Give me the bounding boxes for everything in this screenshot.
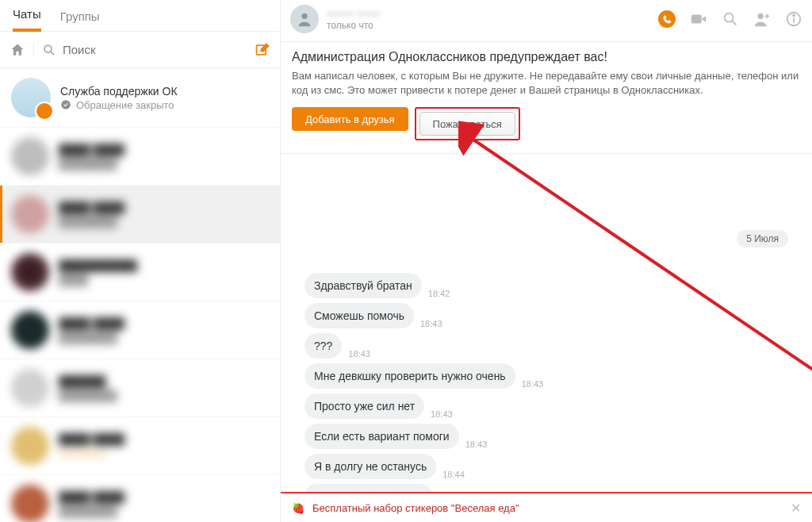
message[interactable]: Я в долгу не останусь18:44 bbox=[304, 454, 801, 479]
tab-chats[interactable]: Чаты bbox=[13, 7, 41, 32]
divider bbox=[33, 42, 34, 58]
message-bubble: ??? bbox=[304, 333, 342, 359]
support-avatar-icon bbox=[11, 78, 51, 117]
support-name: Служба поддержки ОК bbox=[60, 85, 178, 98]
svg-point-8 bbox=[758, 13, 764, 19]
chat-panel: ------ ----- только что Администрация Од… bbox=[281, 0, 812, 522]
chat-list: Служба поддержки ОК Обращение закрыто ██… bbox=[0, 68, 280, 522]
search-row bbox=[0, 32, 280, 68]
message-time: 18:44 bbox=[442, 470, 465, 479]
home-icon[interactable] bbox=[10, 42, 25, 58]
message[interactable]: Просто уже сил нет18:43 bbox=[304, 393, 801, 419]
video-icon[interactable] bbox=[690, 10, 707, 28]
date-pill: 5 Июля bbox=[737, 230, 788, 248]
message[interactable]: Мне девкшку проверить нужно очень18:43 bbox=[304, 363, 801, 389]
tabs: Чаты Группы bbox=[0, 0, 280, 32]
message-bubble: Здравствуй братан bbox=[304, 273, 422, 298]
warning-title: Администрация Одноклассников предупрежда… bbox=[292, 50, 801, 64]
promo-text: Бесплатный набор стикеров "Веселая еда" bbox=[312, 502, 519, 514]
svg-point-4 bbox=[301, 13, 307, 19]
add-friend-button[interactable]: Добавить в друзья bbox=[292, 107, 408, 131]
warning-text: Вам написал человек, с которым Вы не дру… bbox=[292, 69, 801, 98]
warning-block: Администрация Одноклассников предупрежда… bbox=[281, 42, 812, 154]
message[interactable]: Здравствуй братан18:42 bbox=[304, 273, 801, 298]
svg-line-1 bbox=[51, 52, 54, 55]
check-icon bbox=[60, 99, 71, 110]
message-bubble: Если есть вариант помоги bbox=[304, 424, 459, 449]
support-status: Обращение закрыто bbox=[76, 99, 174, 111]
promo-bar[interactable]: 🍓 Бесплатный набор стикеров "Веселая еда… bbox=[281, 492, 812, 522]
annotation-highlight: Пожаловаться bbox=[415, 107, 520, 140]
close-icon[interactable]: ✕ bbox=[791, 501, 801, 516]
search-box[interactable] bbox=[42, 42, 247, 58]
message-time: 18:42 bbox=[428, 289, 450, 298]
peer-status: только что bbox=[327, 20, 658, 31]
peer-name: ------ ----- bbox=[327, 7, 658, 20]
list-item[interactable]: ████ ████★★★★★ bbox=[0, 417, 280, 475]
message-list: Здравствуй братан18:42Сможешь помочь18:4… bbox=[304, 273, 801, 522]
message-bubble: Просто уже сил нет bbox=[304, 393, 424, 419]
info-icon[interactable] bbox=[785, 10, 802, 28]
call-icon[interactable] bbox=[658, 10, 676, 28]
peer-avatar-icon[interactable] bbox=[290, 5, 319, 33]
search-icon bbox=[42, 42, 56, 58]
list-item[interactable]: ████ ████████████ bbox=[0, 301, 280, 359]
strawberry-icon: 🍓 bbox=[292, 502, 304, 514]
svg-rect-5 bbox=[691, 15, 702, 24]
tab-groups[interactable]: Группы bbox=[60, 10, 100, 31]
message[interactable]: Сможешь помочь18:43 bbox=[304, 303, 801, 328]
message-bubble: Мне девкшку проверить нужно очень bbox=[304, 363, 515, 389]
add-user-icon[interactable] bbox=[753, 10, 771, 28]
message-bubble: Сможешь помочь bbox=[304, 303, 414, 328]
chat-body: 5 Июля Здравствуй братан18:42Сможешь пом… bbox=[281, 154, 812, 522]
chat-header: ------ ----- только что bbox=[281, 0, 812, 42]
svg-point-11 bbox=[793, 15, 795, 17]
compose-icon[interactable] bbox=[255, 42, 270, 58]
message[interactable]: ???18:43 bbox=[304, 333, 801, 359]
list-item-support[interactable]: Служба поддержки ОК Обращение закрыто bbox=[0, 68, 280, 128]
report-button[interactable]: Пожаловаться bbox=[419, 112, 515, 136]
message[interactable]: Если есть вариант помоги18:43 bbox=[304, 424, 801, 449]
svg-line-7 bbox=[733, 21, 737, 25]
sidebar: Чаты Группы Служба поддерж bbox=[0, 0, 281, 522]
search-icon[interactable] bbox=[722, 10, 739, 28]
svg-point-3 bbox=[61, 100, 71, 109]
message-time: 18:43 bbox=[420, 319, 442, 328]
message-time: 18:43 bbox=[348, 349, 370, 359]
list-item[interactable]: ██████████████ bbox=[0, 359, 280, 417]
message-time: 18:43 bbox=[431, 409, 453, 419]
list-item[interactable]: ████ ████████████ bbox=[0, 475, 280, 522]
message-time: 18:43 bbox=[465, 439, 488, 449]
list-item[interactable]: ████ ████████████ bbox=[0, 128, 280, 186]
message-time: 18:43 bbox=[522, 379, 544, 389]
svg-point-0 bbox=[44, 44, 52, 52]
svg-point-6 bbox=[725, 13, 733, 22]
list-item[interactable]: ██████████████ bbox=[0, 244, 280, 301]
search-input[interactable] bbox=[63, 43, 247, 56]
message-bubble: Я в долгу не останусь bbox=[304, 454, 436, 479]
list-item[interactable]: ████ ████████████ bbox=[0, 186, 280, 244]
